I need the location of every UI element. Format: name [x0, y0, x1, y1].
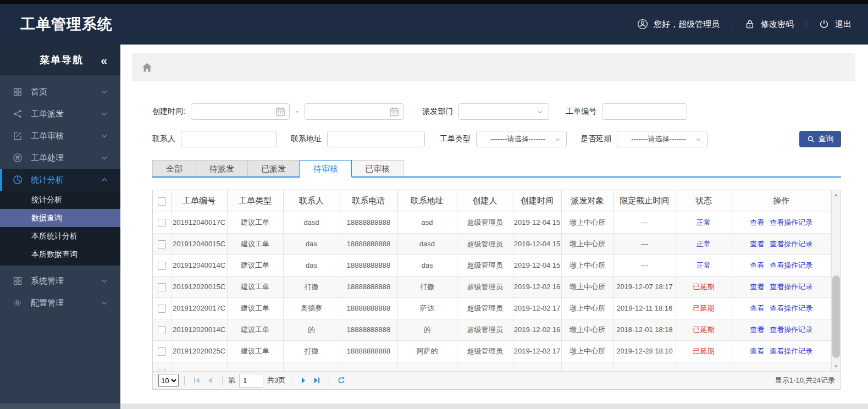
cell-creator: 超级管理员: [457, 233, 513, 255]
range-separator: -: [296, 107, 298, 117]
row-checkbox-cell: [153, 212, 171, 233]
row-checkbox[interactable]: [158, 347, 166, 356]
col-order-id[interactable]: 工单编号: [171, 190, 227, 212]
view-link[interactable]: 查看: [750, 261, 764, 269]
logout-button[interactable]: 退出: [819, 19, 852, 30]
cell-phone: 18888888888: [340, 276, 397, 297]
type-select-value: -------请选择-------: [482, 134, 554, 144]
row-checkbox[interactable]: [158, 219, 166, 227]
tab-pending-review[interactable]: 待审核: [300, 160, 352, 178]
contact-input[interactable]: [181, 131, 277, 147]
row-checkbox[interactable]: [158, 283, 166, 291]
refresh-icon[interactable]: [336, 375, 347, 385]
view-log-link[interactable]: 查看操作记录: [770, 283, 812, 291]
sidebar-subitem-data-query[interactable]: 数据查询: [0, 209, 120, 227]
sidebar-item-dispatch[interactable]: 工单派发: [0, 103, 120, 125]
col-address[interactable]: 联系地址: [397, 190, 457, 212]
col-created[interactable]: 创建时间: [513, 190, 561, 212]
tab-pending-dispatch[interactable]: 待派发: [196, 160, 248, 176]
cell-address: 萨达: [397, 297, 457, 319]
view-link[interactable]: 查看: [750, 347, 764, 355]
sidebar-item-system[interactable]: 系统管理: [0, 270, 120, 292]
row-checkbox[interactable]: [158, 240, 166, 248]
scroll-up-icon[interactable]: ▲: [832, 190, 841, 200]
cell-order-type: 建议工单: [227, 212, 283, 233]
address-input[interactable]: [327, 131, 425, 147]
sidebar-nav: 首页 工单派发 工单审核 工单处理: [0, 75, 120, 314]
tab-dispatched[interactable]: 已派发: [248, 160, 300, 176]
row-checkbox-cell: [153, 297, 171, 319]
next-page-icon[interactable]: [298, 375, 309, 385]
search-button[interactable]: 查询: [799, 131, 841, 147]
row-checkbox[interactable]: [158, 262, 166, 270]
last-page-icon[interactable]: [311, 375, 322, 385]
row-checkbox[interactable]: [158, 326, 166, 334]
cell-order-type: 建议工单: [227, 255, 283, 276]
col-creator[interactable]: 创建人: [457, 190, 513, 212]
tab-all[interactable]: 全部: [152, 160, 196, 176]
sidebar-item-process[interactable]: 工单处理: [0, 147, 120, 169]
view-link[interactable]: 查看: [750, 304, 764, 312]
view-link[interactable]: 查看: [750, 325, 764, 334]
view-log-link[interactable]: 查看操作记录: [770, 261, 812, 269]
col-order-type[interactable]: 工单类型: [227, 190, 283, 212]
view-log-link[interactable]: 查看操作记录: [770, 347, 812, 355]
delay-select[interactable]: -------请选择-------: [617, 131, 707, 147]
sidebar-subitem-statistics[interactable]: 统计分析: [0, 191, 120, 209]
sidebar-item-config[interactable]: 配置管理: [0, 292, 120, 314]
type-select[interactable]: -------请选择-------: [476, 131, 567, 147]
row-checkbox-cell: [153, 362, 171, 371]
page-number-input[interactable]: [239, 374, 263, 388]
view-log-link[interactable]: 查看操作记录: [770, 325, 812, 334]
view-link[interactable]: 查看: [750, 283, 764, 291]
sidebar-item-review[interactable]: 工单审核: [0, 125, 120, 147]
cell-target: 墩上中心所: [561, 276, 613, 297]
col-status[interactable]: 状态: [676, 190, 732, 212]
cell-status: 已延期: [676, 319, 732, 340]
sidebar-collapse-icon[interactable]: «: [101, 54, 107, 66]
col-actions[interactable]: 操作: [732, 190, 831, 212]
cell-creator: 超级管理员: [457, 276, 513, 297]
col-phone[interactable]: 联系电话: [340, 190, 397, 212]
prev-page-icon[interactable]: [204, 375, 215, 385]
cell-target: 墩上中心所: [561, 319, 613, 340]
row-checkbox[interactable]: [158, 305, 166, 313]
col-contact[interactable]: 联系人: [283, 190, 340, 212]
order-no-label: 工单编号: [566, 107, 596, 117]
first-page-icon[interactable]: [191, 375, 202, 385]
calendar-icon[interactable]: [389, 106, 400, 117]
home-icon[interactable]: [141, 62, 153, 73]
scrollbar-thumb[interactable]: [832, 275, 840, 358]
scroll-down-icon[interactable]: ▼: [832, 362, 841, 371]
sidebar-subitem-branch-statistics[interactable]: 本所统计分析: [0, 227, 120, 245]
table-row: 201912020015C 建议工单 打撒 18888888888 打撒 超级管…: [153, 276, 831, 297]
sidebar-subitem-branch-data-query[interactable]: 本所数据查询: [0, 245, 120, 263]
cell-address: 的: [397, 319, 457, 340]
change-password-button[interactable]: 修改密码: [744, 19, 794, 30]
view-link[interactable]: 查看: [750, 240, 764, 248]
view-log-link[interactable]: 查看操作记录: [770, 304, 812, 312]
select-all-checkbox[interactable]: [158, 197, 166, 206]
cell-target: 墩上中心所: [561, 212, 613, 233]
col-deadline[interactable]: 限定截止时间: [613, 190, 676, 212]
page-size-select[interactable]: 10: [158, 374, 179, 387]
status-text: 已延期: [693, 347, 715, 355]
col-target[interactable]: 派发对象: [561, 190, 613, 212]
vertical-scrollbar[interactable]: ▲ ▼: [831, 190, 841, 371]
sidebar-item-statistics[interactable]: 统计分析: [0, 169, 120, 191]
sidebar-item-home[interactable]: 首页: [0, 81, 120, 103]
user-greeting[interactable]: 您好，超级管理员: [637, 19, 720, 30]
calendar-icon[interactable]: [275, 106, 286, 117]
tab-reviewed[interactable]: 已审核: [352, 160, 403, 176]
dept-select[interactable]: [458, 103, 549, 120]
row-checkbox[interactable]: [158, 369, 166, 371]
order-no-input[interactable]: [602, 103, 687, 120]
address-label: 联系地址: [291, 134, 322, 144]
sidebar: 菜单导航 « 首页 工单派发 工单: [0, 45, 120, 409]
view-link[interactable]: 查看: [750, 218, 764, 226]
type-label: 工单类型: [440, 134, 471, 144]
cell-creator: 超级管理员: [457, 212, 513, 233]
view-log-link[interactable]: 查看操作记录: [770, 240, 812, 248]
table-row: 201912020017C 建议工单 奥德赛 18888888888 萨达 超级…: [153, 297, 831, 319]
view-log-link[interactable]: 查看操作记录: [770, 218, 812, 226]
